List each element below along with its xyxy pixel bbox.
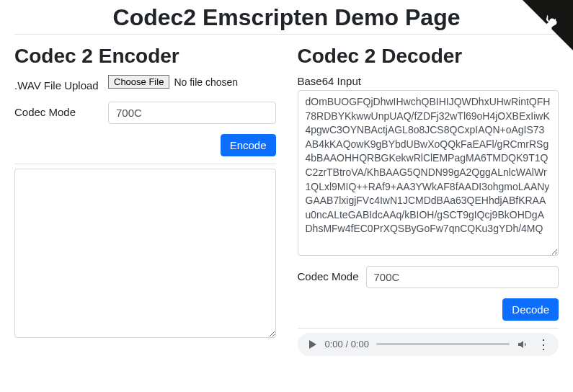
decoder-column: Codec 2 Decoder Base64 Input Codec Mode … [298, 39, 559, 356]
encoder-column: Codec 2 Encoder .WAV File Upload Choose … [14, 39, 276, 356]
github-corner-link[interactable] [523, 0, 573, 50]
base64-input-label: Base64 Input [298, 75, 559, 87]
decoder-mode-input[interactable] [366, 266, 559, 288]
encoder-output-textarea[interactable] [14, 169, 276, 338]
audio-menu-icon[interactable]: ⋮ [536, 338, 551, 351]
page-title: Codec2 Emscripten Demo Page [14, 4, 559, 31]
audio-player[interactable]: 0:00 / 0:00 ⋮ [298, 333, 559, 356]
file-input[interactable]: Choose File No file chosen [108, 75, 276, 89]
divider [298, 328, 559, 329]
decoder-mode-label: Codec Mode [298, 266, 366, 282]
file-status-text: No file chosen [174, 76, 238, 88]
github-corner-icon [523, 0, 573, 50]
decode-button[interactable]: Decode [502, 298, 559, 321]
choose-file-button[interactable]: Choose File [108, 75, 169, 89]
base64-input-textarea[interactable] [298, 90, 559, 256]
encoder-title: Codec 2 Encoder [14, 45, 276, 68]
upload-label: .WAV File Upload [14, 75, 108, 92]
encode-button[interactable]: Encode [221, 134, 276, 156]
volume-icon[interactable] [517, 339, 528, 350]
encoder-mode-label: Codec Mode [14, 102, 108, 118]
divider [14, 164, 276, 164]
play-icon[interactable] [308, 339, 318, 349]
decoder-title: Codec 2 Decoder [298, 45, 559, 68]
encoder-mode-input[interactable] [108, 102, 276, 124]
audio-track[interactable] [376, 343, 510, 345]
divider [14, 34, 559, 35]
audio-time: 0:00 / 0:00 [325, 339, 369, 349]
